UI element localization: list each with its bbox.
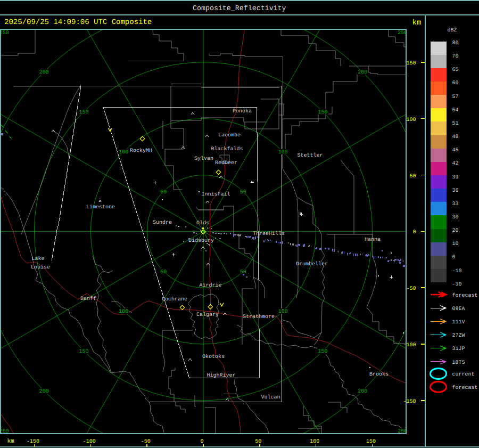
- svg-text:09EA: 09EA: [452, 306, 465, 312]
- svg-text:Banff: Banff: [80, 296, 96, 302]
- svg-text:50: 50: [240, 190, 246, 196]
- svg-text:current: current: [452, 372, 475, 378]
- svg-text:200: 200: [358, 389, 367, 395]
- svg-text:48: 48: [452, 134, 459, 140]
- svg-text:2025/09/25 14:09:06 UTC Compos: 2025/09/25 14:09:06 UTC Composite: [4, 18, 152, 27]
- svg-text:39: 39: [452, 175, 459, 181]
- svg-text:150: 150: [79, 110, 88, 116]
- svg-text:Stettler: Stettler: [298, 152, 323, 159]
- svg-text:Innisfail: Innisfail: [202, 191, 230, 198]
- svg-text:-150: -150: [403, 399, 416, 405]
- svg-text:150: 150: [406, 61, 416, 67]
- svg-text:km: km: [7, 438, 15, 445]
- svg-text:-150: -150: [27, 439, 39, 445]
- svg-text:200: 200: [39, 389, 49, 395]
- svg-text:-100: -100: [403, 343, 416, 348]
- svg-text:50: 50: [240, 270, 246, 275]
- svg-text:50: 50: [255, 439, 261, 445]
- svg-text:RockyMH: RockyMH: [130, 148, 152, 154]
- svg-text:0: 0: [200, 439, 203, 445]
- svg-text:Drumheller: Drumheller: [296, 261, 328, 267]
- svg-text:80: 80: [452, 40, 459, 46]
- svg-text:60: 60: [452, 80, 459, 86]
- svg-text:forecast: forecast: [452, 292, 478, 299]
- svg-text:100: 100: [278, 309, 288, 315]
- svg-text:Olds: Olds: [196, 220, 209, 226]
- svg-text:-100: -100: [83, 439, 96, 445]
- svg-text:Calgary: Calgary: [196, 312, 219, 318]
- svg-text:Composite_Reflectivity: Composite_Reflectivity: [193, 4, 286, 12]
- svg-text:Ponoka: Ponoka: [233, 108, 252, 115]
- svg-text:50: 50: [409, 174, 416, 180]
- svg-text:250: 250: [0, 30, 9, 36]
- svg-text:-30: -30: [452, 282, 462, 288]
- svg-text:Vulcan: Vulcan: [261, 394, 280, 401]
- svg-text:31JP: 31JP: [452, 346, 465, 352]
- svg-text:150: 150: [318, 349, 327, 355]
- svg-text:0: 0: [452, 255, 456, 260]
- svg-text:10: 10: [452, 241, 459, 247]
- svg-text:Blackfalds: Blackfalds: [211, 146, 243, 152]
- svg-text:Lake: Lake: [32, 256, 45, 262]
- svg-text:57: 57: [452, 94, 459, 100]
- svg-text:20: 20: [452, 228, 459, 234]
- svg-text:Strathmore: Strathmore: [243, 314, 275, 320]
- svg-text:-10: -10: [452, 268, 462, 274]
- svg-text:42: 42: [452, 161, 459, 167]
- svg-text:Airdrie: Airdrie: [200, 282, 222, 289]
- svg-text:30: 30: [452, 215, 459, 221]
- svg-text:18TS: 18TS: [452, 360, 465, 366]
- svg-text:27ZW: 27ZW: [452, 333, 465, 339]
- svg-text:100: 100: [119, 309, 128, 315]
- svg-text:150: 150: [366, 439, 376, 445]
- svg-text:dBZ: dBZ: [448, 27, 457, 34]
- svg-text:Brooks: Brooks: [369, 371, 389, 378]
- svg-text:70: 70: [452, 54, 459, 60]
- svg-text:-50: -50: [141, 439, 151, 445]
- svg-text:Okotoks: Okotoks: [202, 354, 225, 360]
- svg-text:-50: -50: [406, 286, 416, 292]
- svg-text:150: 150: [318, 110, 327, 116]
- svg-text:km: km: [412, 19, 422, 27]
- svg-text:Didsbury: Didsbury: [188, 238, 214, 244]
- svg-text:Sylvan: Sylvan: [194, 156, 213, 162]
- svg-text:36: 36: [452, 188, 459, 194]
- svg-text:65: 65: [452, 67, 459, 73]
- svg-text:100: 100: [278, 150, 288, 156]
- svg-text:200: 200: [358, 70, 367, 76]
- svg-text:50: 50: [160, 190, 167, 196]
- svg-text:HighRiver: HighRiver: [207, 372, 236, 379]
- svg-text:RedDeer: RedDeer: [215, 160, 237, 166]
- svg-text:54: 54: [452, 108, 459, 113]
- svg-text:Sundre: Sundre: [153, 219, 172, 226]
- svg-text:45: 45: [452, 148, 459, 153]
- svg-text:100: 100: [119, 150, 128, 156]
- svg-text:ThreeHills: ThreeHills: [253, 231, 285, 237]
- svg-text:Louise: Louise: [31, 264, 50, 271]
- svg-text:0: 0: [412, 230, 416, 235]
- svg-text:150: 150: [79, 349, 88, 355]
- svg-text:forecast: forecast: [452, 385, 478, 391]
- svg-text:200: 200: [39, 70, 49, 76]
- svg-text:50: 50: [160, 270, 167, 275]
- svg-text:33: 33: [452, 201, 459, 207]
- svg-text:100: 100: [406, 117, 416, 123]
- svg-text:Hanna: Hanna: [365, 237, 381, 243]
- svg-text:51: 51: [452, 121, 459, 127]
- svg-text:111V: 111V: [452, 320, 465, 325]
- svg-text:100: 100: [310, 439, 319, 445]
- svg-text:Cochrane: Cochrane: [162, 296, 187, 303]
- svg-text:Limestone: Limestone: [86, 204, 115, 210]
- svg-text:Lacombe: Lacombe: [218, 132, 241, 139]
